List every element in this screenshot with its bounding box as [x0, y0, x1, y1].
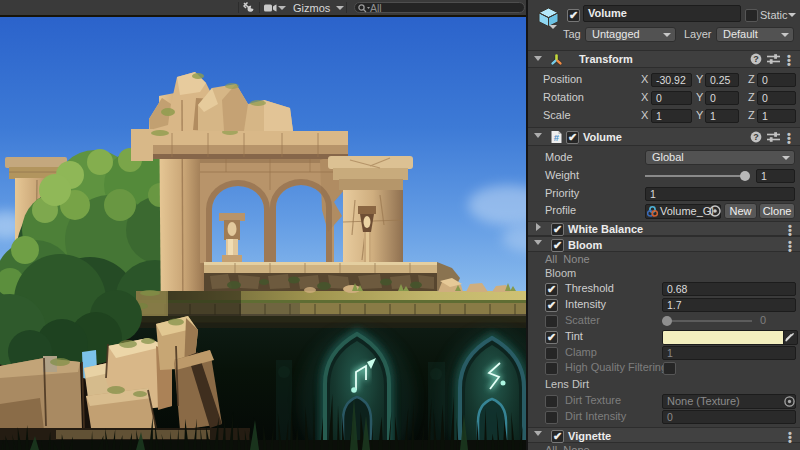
svg-text:?: ? [753, 54, 759, 64]
svg-text:#: # [554, 132, 560, 143]
svg-text:?: ? [753, 132, 759, 142]
